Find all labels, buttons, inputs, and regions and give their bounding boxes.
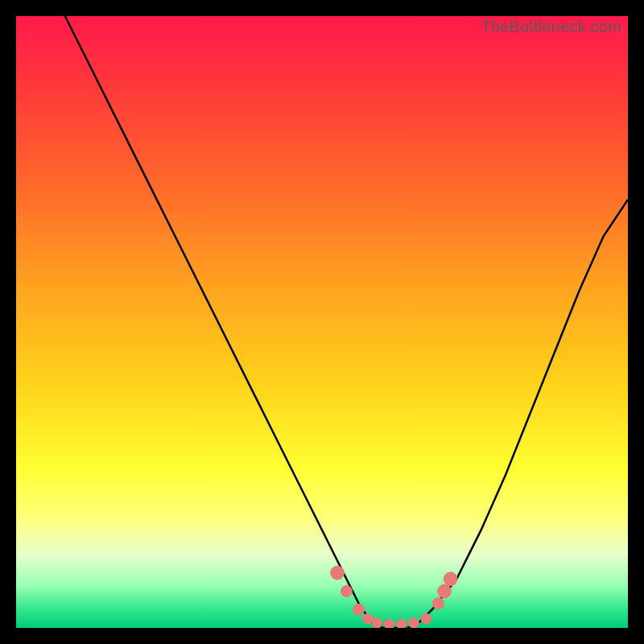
curve-marker xyxy=(409,618,419,628)
curve-marker xyxy=(432,598,444,609)
curve-marker xyxy=(397,619,407,628)
curve-marker xyxy=(444,572,457,586)
chart-frame: TheBottleneck.com xyxy=(16,16,628,628)
curve-marker xyxy=(353,604,365,615)
curve-marker xyxy=(363,613,374,624)
bottleneck-chart xyxy=(16,16,628,628)
curve-marker xyxy=(438,584,452,598)
curve-marker-group xyxy=(331,566,457,628)
curve-marker xyxy=(341,585,352,597)
curve-marker xyxy=(421,613,431,624)
curve-marker xyxy=(331,566,345,580)
curve-marker xyxy=(384,619,394,628)
curve-marker xyxy=(372,618,382,628)
bottleneck-curve-path xyxy=(65,16,628,628)
